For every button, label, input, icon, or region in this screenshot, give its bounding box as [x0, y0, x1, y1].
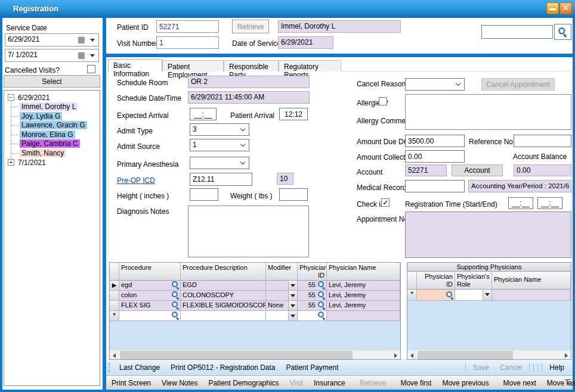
print-screen-button[interactable]: Print Screen: [106, 379, 156, 387]
lookup-icon[interactable]: [317, 291, 326, 299]
admit-type-select[interactable]: 3: [190, 123, 249, 136]
print-op5012-button[interactable]: Print OP5012 - Registration Data: [165, 363, 280, 372]
description-cell[interactable]: EGD: [181, 281, 266, 291]
patient-demographics-button[interactable]: Patient Demographics: [203, 379, 285, 387]
lookup-icon[interactable]: [446, 291, 454, 299]
dropdown-button-icon[interactable]: [288, 311, 297, 321]
procedure-cell[interactable]: colon: [119, 291, 181, 301]
physician-name-cell[interactable]: [327, 311, 400, 321]
height-input[interactable]: [190, 188, 218, 201]
minimize-button[interactable]: [546, 2, 559, 14]
supporting-physician-name-header[interactable]: Physician Name: [492, 272, 571, 290]
visit-number-input[interactable]: [156, 36, 219, 49]
cancel-appointment-button[interactable]: Cancel Appointment: [481, 78, 555, 91]
service-date-from-picker[interactable]: 6/29/2021 ▦: [5, 33, 99, 46]
last-change-button[interactable]: Last Change: [114, 363, 165, 372]
scrollbar-thumb[interactable]: [418, 351, 513, 359]
description-cell[interactable]: COLONOSCOPY: [181, 291, 266, 301]
dropdown-button-icon[interactable]: [288, 291, 297, 300]
visit-button[interactable]: Visit: [285, 379, 308, 387]
modifier-column-header[interactable]: Modifier: [266, 263, 298, 281]
tab-basic-information[interactable]: Basic Information: [108, 59, 162, 71]
lookup-icon[interactable]: [317, 281, 326, 289]
scroll-left-icon[interactable]: [110, 350, 119, 360]
lookup-icon[interactable]: [317, 311, 326, 319]
amount-due-dos-input[interactable]: [405, 135, 465, 147]
modifier-cell[interactable]: [266, 281, 298, 291]
tree-patient-lawrence[interactable]: Lawrence, Gracin G: [20, 121, 87, 129]
dropdown-button-icon[interactable]: [288, 301, 297, 310]
tree-patient-immel[interactable]: Immel, Dorothy L: [20, 102, 78, 111]
tree-patient-monroe[interactable]: Monroe, Elina G: [20, 130, 75, 139]
lookup-icon[interactable]: [171, 311, 180, 319]
supporting-scrollbar[interactable]: [407, 350, 571, 359]
expand-icon[interactable]: +: [8, 159, 14, 166]
physician-id-column-header[interactable]: Physician ID: [298, 263, 327, 281]
tree-patient-joy[interactable]: Joy, Lydia G: [20, 112, 62, 120]
procedure-cell[interactable]: FLEX SIG: [119, 301, 181, 311]
patient-arrival-input[interactable]: [279, 108, 308, 120]
tab-responsible-party[interactable]: Responsible Party: [224, 60, 279, 71]
physician-id-cell[interactable]: 55: [298, 301, 327, 311]
scroll-right-icon[interactable]: [561, 350, 571, 360]
lookup-icon[interactable]: [171, 301, 180, 309]
description-cell[interactable]: [181, 311, 266, 321]
diagnosis-notes-textarea[interactable]: [188, 206, 309, 257]
move-next-button[interactable]: Move next: [497, 379, 541, 387]
description-cell[interactable]: FLEXIBLE SIGMOIDOSCOPY: [181, 301, 266, 311]
scrollbar-thumb[interactable]: [120, 351, 353, 359]
overflow-chevron-icon[interactable]: ▾: [565, 379, 571, 386]
registration-start-input[interactable]: [508, 197, 533, 209]
cancelled-visits-checkbox[interactable]: [87, 65, 95, 73]
patient-id-input[interactable]: [156, 20, 219, 33]
insurance-button[interactable]: Insurance: [308, 379, 351, 387]
lookup-icon[interactable]: [317, 301, 326, 309]
allergy-comment-textarea[interactable]: [405, 94, 571, 130]
checkin-checkbox[interactable]: ✓: [381, 198, 389, 207]
preop-icd-link[interactable]: Pre-OP ICD: [117, 176, 155, 185]
help-button[interactable]: Help: [544, 363, 573, 372]
procedure-cell[interactable]: [119, 311, 181, 321]
retrieve-nav-button[interactable]: Retrieve: [354, 379, 392, 387]
patient-search-input[interactable]: [481, 25, 553, 39]
cancel-reason-select[interactable]: [405, 78, 465, 91]
retrieve-button[interactable]: Retrieve: [232, 20, 269, 33]
save-button[interactable]: Save: [468, 363, 494, 372]
dropdown-button-icon[interactable]: [288, 281, 297, 290]
physician-id-cell[interactable]: 55: [298, 291, 327, 301]
description-column-header[interactable]: Procedure Description: [181, 263, 266, 281]
procedure-cell[interactable]: egd: [119, 281, 181, 291]
tree-date-label[interactable]: 7/1/2021: [18, 158, 46, 167]
service-date-to-picker[interactable]: 7/ 1/2021 ▦: [5, 49, 99, 62]
close-button[interactable]: ✕: [559, 2, 572, 14]
physician-id-cell[interactable]: 55: [298, 281, 327, 291]
modifier-cell[interactable]: [266, 311, 298, 321]
move-previous-button[interactable]: Move previous: [437, 379, 494, 387]
supporting-role-cell[interactable]: [455, 290, 492, 301]
tree-date-label[interactable]: 6/29/2021: [18, 94, 50, 102]
tab-regulatory-reports[interactable]: Regulatory Reports: [279, 60, 341, 71]
physician-name-column-header[interactable]: Physician Name: [327, 263, 400, 281]
physician-id-cell[interactable]: [298, 311, 327, 321]
cancel-button[interactable]: Cancel: [494, 363, 527, 372]
tab-patient-employment[interactable]: Patient Employment: [162, 60, 224, 71]
reference-no-input[interactable]: [514, 135, 571, 147]
supporting-role-header[interactable]: Physician's Role: [455, 272, 492, 290]
lookup-icon[interactable]: [171, 281, 180, 289]
primary-anesthesia-select[interactable]: [190, 157, 249, 169]
physician-name-cell[interactable]: Levi, Jeremy: [327, 301, 400, 311]
dropdown-button-icon[interactable]: [483, 290, 491, 300]
procedures-scrollbar[interactable]: [110, 350, 400, 359]
select-button[interactable]: Select: [4, 75, 100, 88]
lookup-icon[interactable]: [171, 291, 180, 299]
scroll-left-icon[interactable]: [407, 350, 417, 360]
amount-collected-dos-input[interactable]: [405, 150, 465, 163]
patient-payment-button[interactable]: Patient Payment: [280, 363, 344, 372]
registration-end-input[interactable]: [537, 197, 562, 209]
supporting-physician-id-cell[interactable]: [417, 290, 455, 301]
row-selector-cell[interactable]: [110, 301, 119, 311]
supporting-physician-name-cell[interactable]: [492, 290, 571, 301]
medical-record-input[interactable]: [405, 180, 465, 192]
admit-source-select[interactable]: 1: [190, 139, 249, 151]
allergies-checkbox[interactable]: [379, 97, 387, 105]
